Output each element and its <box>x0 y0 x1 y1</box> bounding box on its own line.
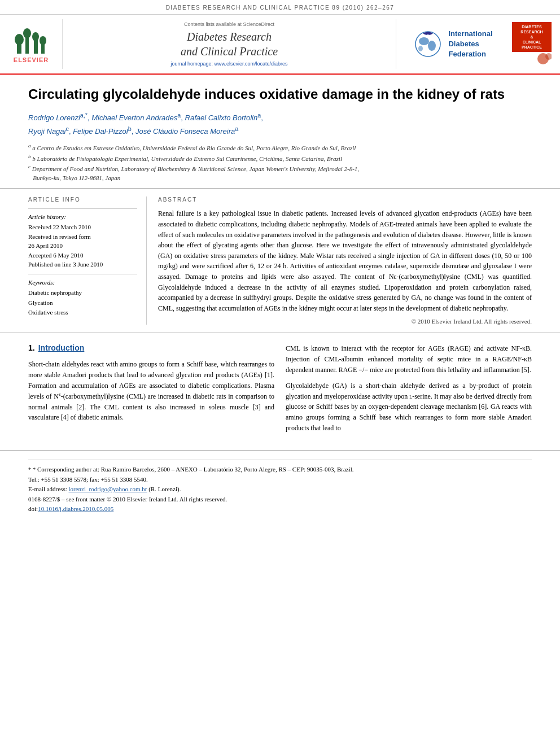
svg-point-5 <box>32 32 39 41</box>
elsevier-label: ELSEVIER <box>14 56 49 63</box>
svg-point-8 <box>415 32 440 56</box>
body-col-left: 1. Introduction Short-chain aldehydes re… <box>28 343 274 439</box>
abstract-col: ABSTRACT Renal failure is a key patholog… <box>158 196 532 325</box>
drcp-chart-icon <box>512 52 552 66</box>
header-banner: ELSEVIER Contents lists available at Sci… <box>0 15 560 75</box>
body-content: 1. Introduction Short-chain aldehydes re… <box>0 333 560 450</box>
author-name-bortolin: Rafael Calixto Bortolin <box>185 114 258 123</box>
elsevier-tree-icon <box>14 25 48 56</box>
article-title-section: Circulating glycolaldehyde induces oxida… <box>0 75 560 189</box>
footnote-email: E-mail address: lorenzi_rodrigo@yahoo.co… <box>28 484 532 495</box>
svg-point-9 <box>419 37 429 45</box>
article-info-col: ARTICLE INFO Article history: Received 2… <box>28 196 147 325</box>
abstract-text: Renal failure is a key pathological issu… <box>158 208 532 313</box>
history-item-4: Accepted 6 May 2010 <box>28 251 137 260</box>
footnote-doi-link[interactable]: 10.1016/j.diabres.2010.05.005 <box>38 505 113 512</box>
drcp-logo-box: DIABETESRESEARCH&CLINICALPRACTICE <box>509 19 554 69</box>
article-info-header: ARTICLE INFO <box>28 196 137 203</box>
affil-a: a,* <box>80 112 88 119</box>
history-item-5: Published on line 3 June 2010 <box>28 260 137 269</box>
journal-title-banner: Diabetes Researchand Clinical Practice <box>181 29 278 59</box>
intro-title: Introduction <box>38 343 85 352</box>
history-item-2: Received in revised form <box>28 232 137 242</box>
footnote-divider <box>28 460 532 460</box>
affil-a3: a <box>257 112 261 119</box>
idf-globe-icon <box>413 29 444 60</box>
keywords-label: Keywords: <box>28 279 137 286</box>
author-name-nagai: Ryoji Nagai <box>28 128 65 136</box>
affil-a4: a <box>235 125 238 132</box>
history-item-3: 26 April 2010 <box>28 241 137 251</box>
page-wrapper: DIABETES RESEARCH AND CLINICAL PRACTICE … <box>0 0 560 747</box>
affil-1: a a Centro de Estudos em Estresse Oxidat… <box>28 142 532 152</box>
intro-para1: Short-chain aldehydes react with amino g… <box>28 359 274 423</box>
history-item-1: Received 22 March 2010 <box>28 222 137 232</box>
body-para-cml-rage: CML is known to interact with the recept… <box>286 343 532 375</box>
svg-point-10 <box>428 41 436 51</box>
two-col-section: ARTICLE INFO Article history: Received 2… <box>0 189 560 333</box>
intro-number: 1. <box>28 343 35 352</box>
journal-info: Contents lists available at ScienceDirec… <box>62 19 396 69</box>
author-name-lorenzi: Rodrigo Lorenzi <box>28 114 80 123</box>
affil-a2: a <box>177 112 181 119</box>
sciencedirect-line: Contents lists available at ScienceDirec… <box>184 21 274 27</box>
abstract-header: ABSTRACT <box>158 196 532 203</box>
affiliations: a a Centro de Estudos em Estresse Oxidat… <box>28 142 532 182</box>
keyword-2: Glycation <box>28 298 137 308</box>
footnote-corresponding: * * Corresponding author at: Rua Ramiro … <box>28 465 532 475</box>
svg-rect-4 <box>34 40 38 54</box>
footnote-issn: 0168-8227/$ – see front matter © 2010 El… <box>28 495 532 505</box>
keyword-1: Diabetic nephropathy <box>28 288 137 298</box>
affil-b: b <box>128 125 132 132</box>
article-main-title: Circulating glycolaldehyde induces oxida… <box>28 85 532 103</box>
article-authors: Rodrigo Lorenzia,*, Michael Everton Andr… <box>28 111 532 138</box>
svg-point-1 <box>15 34 24 45</box>
affil-2: b b Laboratório de Fisiopatologia Experi… <box>28 153 532 163</box>
footnotes-section: * * Corresponding author at: Rua Ramiro … <box>0 450 560 520</box>
body-para-ga-intro: Glycolaldehyde (GA) is a short-chain ald… <box>286 381 532 433</box>
footnote-doi: doi:10.1016/j.diabres.2010.05.005 <box>28 504 532 514</box>
keyword-3: Oxidative stress <box>28 308 137 318</box>
svg-rect-2 <box>25 37 29 54</box>
svg-point-3 <box>23 28 31 38</box>
svg-point-11 <box>418 46 423 51</box>
journal-top-bar-text: DIABETES RESEARCH AND CLINICAL PRACTICE … <box>166 5 395 11</box>
author-name-dalpizzol: Felipe Dal-Pizzol <box>73 128 128 136</box>
journal-top-bar: DIABETES RESEARCH AND CLINICAL PRACTICE … <box>0 0 560 15</box>
abstract-copyright: © 2010 Elsevier Ireland Ltd. All rights … <box>158 318 532 325</box>
affil-3: c Department of Food and Nutrition, Labo… <box>28 163 532 183</box>
svg-point-7 <box>40 36 46 45</box>
history-label: Article history: <box>28 213 137 220</box>
affil-c: c <box>65 125 68 132</box>
journal-homepage[interactable]: journal homepage: www.elsevier.com/locat… <box>170 61 287 67</box>
author-name-moreira: José Cláudio Fonseca Moreira <box>135 128 235 136</box>
body-col-right: CML is known to interact with the recept… <box>286 343 532 439</box>
author-name-andrades: Michael Everton Andrades <box>91 114 177 123</box>
idf-text: Circulating glycolaldehyde induces oxida… <box>448 29 492 60</box>
divider-1 <box>28 208 137 209</box>
drcp-logo-inner: DIABETESRESEARCH&CLINICALPRACTICE <box>512 22 552 52</box>
footnote-tel: Tel.: +55 51 3308 5578; fax: +55 51 3308… <box>28 475 532 485</box>
idf-section: Circulating glycolaldehyde induces oxida… <box>402 19 504 69</box>
footnote-email-link[interactable]: lorenzi_rodrigo@yahoo.com.br <box>68 486 147 492</box>
divider-2 <box>28 274 137 274</box>
elsevier-logo: ELSEVIER <box>6 19 56 69</box>
